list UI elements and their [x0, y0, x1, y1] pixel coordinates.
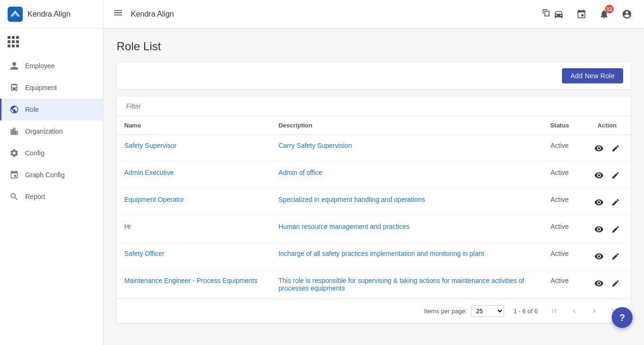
cell-action-4 [583, 243, 631, 270]
prev-page-button[interactable] [567, 305, 581, 317]
building-icon [9, 126, 19, 136]
sidebar-label-employee: Employee [25, 62, 55, 70]
cell-status-3: Active [536, 216, 583, 243]
next-page-button[interactable] [587, 305, 601, 317]
globe-icon [9, 104, 19, 115]
apps-grid-button[interactable] [0, 28, 103, 55]
view-button-2[interactable] [592, 196, 606, 209]
content-area: Role List Add New Role Name Description … [103, 28, 644, 345]
cell-name-1: Admin Executive [117, 162, 271, 189]
cell-name-2: Equipment Operator [117, 189, 271, 216]
menu-icon[interactable] [113, 8, 123, 20]
notification-icon-button[interactable]: 12 [597, 7, 612, 22]
app-name: Kendra Align [28, 10, 71, 18]
filter-input[interactable] [126, 102, 621, 110]
sidebar-label-organization: Organization [25, 127, 63, 135]
sidebar-item-report[interactable]: Report [0, 186, 103, 208]
graph-icon [9, 170, 19, 180]
apps-grid-icon [8, 36, 19, 47]
cell-name-4: Safety Officer [117, 243, 271, 270]
sidebar-label-report: Report [25, 193, 45, 200]
first-page-button[interactable] [547, 305, 561, 317]
sidebar-logo: Kendra Align [0, 0, 103, 28]
table-row: Safety Officer Incharge of all safety pr… [117, 243, 631, 270]
table-row: Hr Human resource management and practic… [117, 216, 631, 243]
view-button-1[interactable] [592, 169, 606, 182]
sidebar-item-role[interactable]: Role [0, 99, 103, 120]
card-toolbar: Add New Role [117, 63, 631, 89]
sidebar-label-role: Role [25, 106, 39, 113]
edit-button-4[interactable] [609, 250, 622, 263]
cell-action-0 [583, 135, 631, 162]
sidebar-item-graph-config[interactable]: Graph Config [0, 164, 103, 186]
calendar-icon-button[interactable] [574, 7, 589, 22]
sidebar-item-equipment[interactable]: Equipment [0, 77, 103, 99]
settings-icon [9, 148, 19, 158]
edit-button-5[interactable] [609, 277, 622, 290]
filter-row [117, 97, 631, 116]
view-button-5[interactable] [592, 277, 606, 290]
user-avatar-icon-button[interactable] [619, 7, 635, 22]
notification-badge: 12 [605, 5, 614, 13]
table-row: Maintenance Engineer - Process Equipment… [117, 270, 631, 299]
edit-button-0[interactable] [609, 142, 622, 154]
help-fab-button[interactable]: ? [612, 307, 633, 328]
cell-name-3: Hr [117, 216, 271, 243]
cell-action-5 [583, 270, 631, 297]
table-header: Name Description Status Action [117, 116, 631, 135]
cell-desc-0: Carry Safety Supervision [271, 135, 536, 162]
cell-desc-5: This role is responsible for supervising… [271, 270, 536, 299]
sidebar-nav: Employee Equipment Role Organization [0, 55, 103, 345]
table-card: Name Description Status Action Safety Su… [117, 97, 631, 323]
sidebar-label-config: Config [25, 149, 44, 157]
topbar-actions: 12 [551, 7, 635, 22]
sidebar-label-graph-config: Graph Config [25, 171, 64, 179]
car-icon-button[interactable] [551, 7, 566, 22]
svg-rect-0 [8, 7, 23, 22]
app-logo-icon [8, 7, 23, 22]
report-icon [9, 191, 19, 202]
cell-status-5: Active [536, 270, 583, 299]
bus-icon [9, 82, 19, 93]
sidebar: Kendra Align Employee Equipment [0, 0, 103, 345]
table-row: Safety Supervisor Carry Safety Supervisi… [117, 135, 631, 162]
view-button-0[interactable] [592, 142, 606, 155]
sidebar-item-config[interactable]: Config [0, 142, 103, 164]
table-row: Equipment Operator Specialized in equipm… [117, 189, 631, 216]
cell-name-0: Safety Supervisor [117, 135, 271, 162]
add-new-role-button[interactable]: Add New Role [562, 68, 623, 83]
cell-action-3 [583, 216, 631, 243]
edit-button-1[interactable] [609, 169, 622, 182]
view-button-3[interactable] [592, 223, 606, 236]
page-range-info: 1 - 6 of 6 [514, 308, 538, 315]
toolbar-card: Add New Role [117, 63, 631, 89]
cell-desc-1: Admin of office [271, 162, 536, 189]
cell-action-1 [583, 162, 631, 189]
col-header-status: Status [536, 116, 583, 135]
col-header-action: Action [583, 116, 631, 135]
sidebar-item-organization[interactable]: Organization [0, 120, 103, 142]
col-header-description: Description [271, 116, 536, 135]
topbar-title: Kendra Align [131, 10, 536, 18]
view-button-4[interactable] [592, 250, 606, 263]
per-page-select[interactable]: 25 50 100 [471, 305, 504, 317]
sidebar-item-employee[interactable]: Employee [0, 55, 103, 77]
roles-table: Name Description Status Action Safety Su… [117, 116, 631, 299]
topbar: Kendra Align 12 [103, 0, 644, 28]
cell-status-4: Active [536, 243, 583, 270]
cell-desc-4: Incharge of all safety practices impleme… [271, 243, 536, 270]
cell-status-1: Active [536, 162, 583, 189]
edit-button-2[interactable] [609, 196, 622, 209]
cell-status-2: Active [536, 189, 583, 216]
pagination-row: Items per page: 25 50 100 1 - 6 of 6 [117, 299, 631, 323]
col-header-name: Name [117, 116, 271, 135]
page-title: Role List [117, 40, 631, 53]
cell-desc-3: Human resource management and practices [271, 216, 536, 243]
table-body: Safety Supervisor Carry Safety Supervisi… [117, 135, 631, 299]
cell-status-0: Active [536, 135, 583, 162]
person-icon [9, 61, 19, 71]
sidebar-label-equipment: Equipment [25, 84, 57, 91]
table-row: Admin Executive Admin of office Active [117, 162, 631, 189]
edit-button-3[interactable] [609, 223, 622, 236]
collapse-icon[interactable] [542, 8, 551, 20]
